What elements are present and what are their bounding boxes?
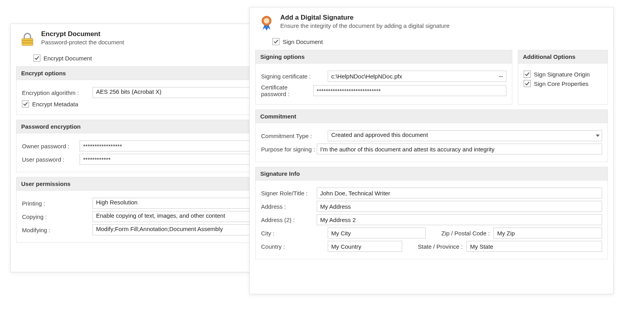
sign-signature-origin-checkbox[interactable] xyxy=(524,71,531,78)
lock-icon xyxy=(18,30,36,48)
svg-rect-2 xyxy=(22,42,33,44)
city-input[interactable] xyxy=(328,228,426,239)
sign-signature-origin-label: Sign Signature Origin xyxy=(534,71,590,78)
sign-document-checkbox-label: Sign Document xyxy=(283,38,323,45)
commitment-type-label: Commitment Type : xyxy=(261,133,328,139)
commitment-section: Commitment Commitment Type : Created and… xyxy=(255,109,608,162)
modifying-label: Modifying : xyxy=(22,227,93,233)
certificate-password-label: Certificate password : xyxy=(261,84,313,97)
purpose-for-signing-label: Purpose for signing : xyxy=(261,146,317,153)
encrypt-metadata-label: Encrypt Metadata xyxy=(32,101,78,107)
country-label: Country : xyxy=(261,243,328,250)
additional-options-heading: Additional Options xyxy=(518,50,608,64)
signing-options-heading: Signing options xyxy=(256,50,512,64)
sign-document-checkbox[interactable] xyxy=(272,38,279,45)
state-input[interactable] xyxy=(466,241,602,252)
svg-rect-1 xyxy=(22,40,33,41)
commitment-heading: Commitment xyxy=(256,110,608,123)
encrypt-document-checkbox[interactable] xyxy=(33,55,40,62)
signature-header: Add a Digital Signature Ensure the integ… xyxy=(250,7,613,35)
city-label: City : xyxy=(261,230,328,237)
signature-info-heading: Signature Info xyxy=(256,167,608,180)
commitment-type-value: Created and approved this document xyxy=(328,130,602,141)
zip-label: Zip / Postal Code : xyxy=(441,230,490,237)
zip-input[interactable] xyxy=(493,228,602,239)
address2-label: Address (2) : xyxy=(261,217,317,223)
signer-role-input[interactable] xyxy=(317,188,602,198)
signer-role-label: Signer Role/Title : xyxy=(261,190,317,197)
signature-desc: Ensure the integrity of the document by … xyxy=(280,22,606,29)
signing-certificate-label: Signing certificate : xyxy=(261,73,328,80)
address2-input[interactable] xyxy=(317,214,602,225)
additional-options-section: Additional Options Sign Signature Origin… xyxy=(518,50,608,105)
copying-label: Copying : xyxy=(22,213,93,220)
printing-label: Printing : xyxy=(22,200,93,207)
address-label: Address : xyxy=(261,203,317,210)
encrypt-metadata-checkbox[interactable] xyxy=(22,100,29,107)
signature-info-section: Signature Info Signer Role/Title : Addre… xyxy=(255,167,608,259)
encrypt-document-checkbox-label: Encrypt Document xyxy=(44,55,92,62)
address-input[interactable] xyxy=(317,201,602,212)
purpose-for-signing-input[interactable] xyxy=(317,144,602,155)
chevron-down-icon xyxy=(596,135,600,137)
digital-signature-panel: Add a Digital Signature Ensure the integ… xyxy=(249,7,614,294)
state-label: State / Province : xyxy=(418,243,463,250)
sign-core-properties-checkbox[interactable] xyxy=(524,80,531,87)
ribbon-seal-icon xyxy=(258,14,276,32)
signing-certificate-input[interactable] xyxy=(328,71,506,82)
browse-certificate-button[interactable]: ··· xyxy=(496,71,506,81)
user-password-label: User password : xyxy=(22,156,80,163)
signing-options-section: Signing options Signing certificate : ··… xyxy=(255,50,512,105)
country-input[interactable] xyxy=(328,241,402,252)
owner-password-label: Owner password : xyxy=(22,143,80,149)
svg-rect-0 xyxy=(22,38,33,46)
commitment-type-select[interactable]: Created and approved this document xyxy=(328,130,602,141)
svg-point-4 xyxy=(264,18,269,24)
signature-title: Add a Digital Signature xyxy=(280,14,606,22)
certificate-password-input[interactable] xyxy=(313,85,506,96)
sign-core-properties-label: Sign Core Properties xyxy=(534,80,588,87)
encryption-algorithm-label: Encryption algorithm : xyxy=(22,89,93,96)
